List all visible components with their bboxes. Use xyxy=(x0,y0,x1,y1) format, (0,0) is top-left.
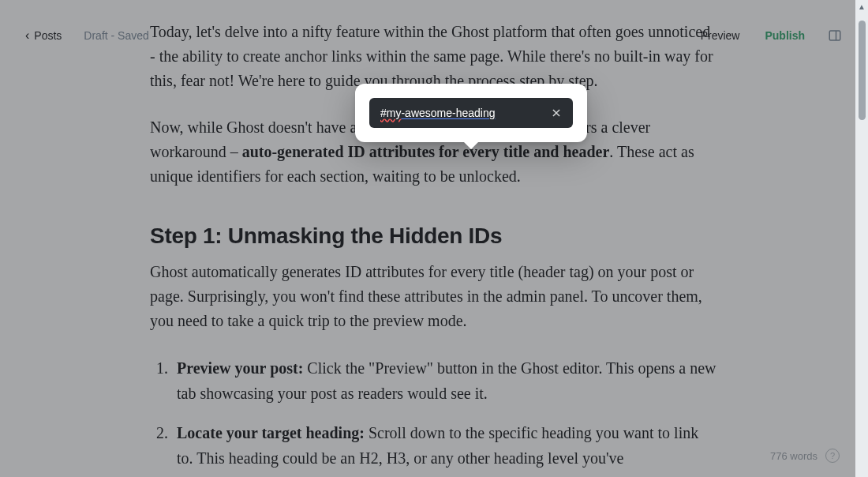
modal-backdrop[interactable] xyxy=(0,0,868,477)
link-url-input[interactable]: #my-awesome-heading xyxy=(369,98,573,128)
close-icon xyxy=(551,107,562,118)
link-url-popover: #my-awesome-heading xyxy=(355,84,587,142)
scroll-up-arrow[interactable]: ▲ xyxy=(855,2,868,13)
scroll-thumb[interactable] xyxy=(859,21,866,120)
scrollbar[interactable]: ▲ xyxy=(855,0,868,477)
link-url-text: #my-awesome-heading xyxy=(380,107,543,119)
clear-link-button[interactable] xyxy=(543,107,562,118)
